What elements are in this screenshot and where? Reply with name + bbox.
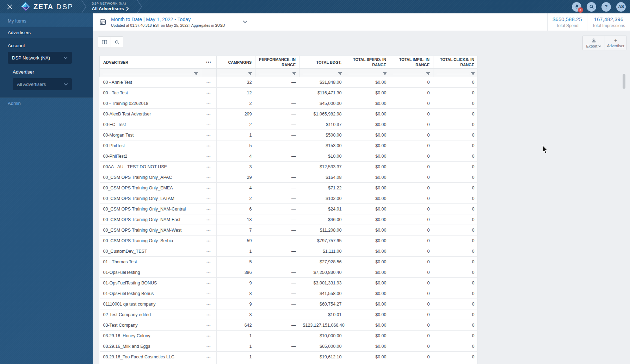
table-row[interactable]: 01110001 qa test company ••• 9 — $60,754… bbox=[100, 299, 478, 309]
breadcrumb[interactable]: DSP NETWORK (NA) All Advertisers bbox=[92, 2, 129, 12]
table-row[interactable]: 00 - Training 02262018 ••• 2 — $45,000.0… bbox=[100, 98, 478, 109]
table-row[interactable]: 00 - Tac Test ••• 12 — $116,471.30 $0.00… bbox=[100, 88, 478, 98]
row-actions-button[interactable]: ••• bbox=[201, 320, 217, 331]
row-actions-button[interactable]: ••• bbox=[201, 236, 217, 246]
row-actions-button[interactable]: ••• bbox=[201, 119, 217, 130]
table-row[interactable]: 00-FC_Test ••• 2 — $110.37 $0.00 0 0 bbox=[100, 119, 478, 130]
column-header-total-spend[interactable]: TOTAL SPEND: IN RANGE bbox=[345, 56, 390, 69]
table-row[interactable]: 03.29.16_Milk and Eggs ••• 1 — $65,000.0… bbox=[100, 341, 478, 352]
table-row[interactable]: 02-Test Company edited ••• 3 — $10.01 $0… bbox=[100, 309, 478, 320]
avatar[interactable]: AS bbox=[616, 2, 626, 12]
table-row[interactable]: 00_CSM OPS Training Only_EMEA ••• 4 — $7… bbox=[100, 183, 478, 193]
table-row[interactable]: 04 - Retail Prestige Co ••• 35 — $9,919.… bbox=[100, 362, 478, 364]
table-row[interactable]: 00_CSM OPS Training Only_Serbia ••• 59 —… bbox=[100, 236, 478, 246]
help-button[interactable]: ? bbox=[601, 2, 611, 12]
row-actions-button[interactable]: ••• bbox=[201, 172, 217, 183]
row-actions-button[interactable]: ••• bbox=[201, 130, 217, 140]
advertisers-panel: Account DSP Network (NA) Advertiser All … bbox=[0, 38, 93, 98]
row-actions-button[interactable]: ••• bbox=[201, 204, 217, 214]
columns-button[interactable] bbox=[98, 37, 111, 48]
table-row[interactable]: 00_CSM OPS Training Only_APAC ••• 29 — $… bbox=[100, 172, 478, 183]
row-actions-button[interactable]: ••• bbox=[201, 246, 217, 257]
vertical-scrollbar[interactable] bbox=[623, 74, 625, 89]
row-actions-button[interactable]: ••• bbox=[201, 267, 217, 278]
table-row[interactable]: 00_CustomDev_TEST ••• 1 — $1,111.00 $0.0… bbox=[100, 246, 478, 257]
sidebar-item-admin[interactable]: Admin bbox=[0, 98, 93, 109]
column-header-advertiser[interactable]: ADVERTISER bbox=[100, 56, 201, 69]
row-actions-button[interactable]: ••• bbox=[201, 352, 217, 362]
filter-icon[interactable] bbox=[292, 72, 296, 75]
filter-icon[interactable] bbox=[383, 72, 387, 75]
row-actions-button[interactable]: ••• bbox=[201, 98, 217, 109]
table-row[interactable]: 00 - Annie Test ••• 32 — $31,848.00 $0.0… bbox=[100, 77, 478, 88]
account-dropdown[interactable]: DSP Network (NA) bbox=[8, 52, 72, 64]
column-header-total-clicks[interactable]: TOTAL CLICKS: IN RANGE bbox=[433, 56, 478, 69]
row-actions-button[interactable]: ••• bbox=[201, 193, 217, 204]
imps-filter-input[interactable] bbox=[393, 69, 430, 77]
advertiser-filter-input[interactable] bbox=[103, 69, 198, 77]
filter-icon[interactable] bbox=[471, 72, 475, 75]
spend-filter-input[interactable] bbox=[348, 69, 387, 77]
row-actions-button[interactable]: ••• bbox=[201, 341, 217, 352]
sidebar-item-my-items[interactable]: My Items bbox=[0, 15, 93, 27]
column-header-performance[interactable]: PERFORMANCE: IN RANGE bbox=[255, 56, 299, 69]
campaigns-filter-input[interactable] bbox=[220, 69, 252, 77]
row-actions-button[interactable]: ••• bbox=[201, 309, 217, 320]
table-row[interactable]: 00AA - AU - TEST DO NOT USE ••• 3 — $12,… bbox=[100, 162, 478, 172]
table-search-button[interactable] bbox=[111, 37, 123, 48]
row-actions-button[interactable]: ••• bbox=[201, 140, 217, 151]
table-row[interactable]: 00_CSM OPS Training Only_NAM-West ••• 7 … bbox=[100, 225, 478, 236]
filter-icon[interactable] bbox=[338, 72, 342, 75]
zeta-logo[interactable]: ZETA DSP bbox=[21, 2, 73, 11]
table-row[interactable]: 03-Test Company ••• 642 — $123,127,151,0… bbox=[100, 320, 478, 331]
table-row[interactable]: 01 - Thomas Test ••• 5 — $27,928.56 $0.0… bbox=[100, 257, 478, 267]
row-actions-button[interactable]: ••• bbox=[201, 77, 217, 88]
impressions-cell: 0 bbox=[390, 77, 433, 88]
column-header-total-budget[interactable]: TOTAL BDGT. bbox=[299, 56, 345, 69]
row-actions-button[interactable]: ••• bbox=[201, 225, 217, 236]
column-header-campaigns[interactable]: CAMPAIGNS bbox=[217, 56, 255, 69]
notifications-button[interactable]: 3 bbox=[572, 2, 581, 12]
performance-filter-input[interactable] bbox=[259, 69, 296, 77]
sidebar-item-advertisers[interactable]: Advertisers bbox=[0, 27, 93, 38]
row-actions-button[interactable]: ••• bbox=[201, 331, 217, 341]
filter-icon[interactable] bbox=[248, 72, 252, 75]
row-actions-button[interactable]: ••• bbox=[201, 257, 217, 267]
table-row[interactable]: 00_CSM OPS Training Only_NAM-Central •••… bbox=[100, 204, 478, 214]
add-advertiser-button[interactable]: + Advertiser bbox=[605, 36, 626, 50]
table-row[interactable]: 03.29.16_Honey Colony ••• 1 — $10,000.00… bbox=[100, 331, 478, 341]
row-actions-button[interactable]: ••• bbox=[201, 288, 217, 299]
table-row[interactable]: 01-OpsFuelTesting Bonus ••• 8 — $41,558.… bbox=[100, 288, 478, 299]
filter-icon[interactable] bbox=[426, 72, 430, 75]
row-actions-button[interactable]: ••• bbox=[201, 162, 217, 172]
table-row[interactable]: 00-PhilTest ••• 5 — $153.00 $0.00 0 0 bbox=[100, 140, 478, 151]
budget-filter-input[interactable] bbox=[303, 69, 342, 77]
table-row[interactable]: 00_CSM OPS Training Only_LATAM ••• 2 — $… bbox=[100, 193, 478, 204]
close-button[interactable] bbox=[4, 0, 15, 13]
chevron-down-icon[interactable] bbox=[243, 20, 247, 23]
date-range-picker[interactable]: Month to Date | May 1, 2022 - Today Upda… bbox=[93, 16, 247, 28]
advertiser-dropdown[interactable]: All Advertisers bbox=[13, 78, 72, 90]
column-header-total-imps[interactable]: TOTAL IMPS.: IN RANGE bbox=[390, 56, 433, 69]
filter-icon[interactable] bbox=[194, 72, 198, 75]
global-search-button[interactable] bbox=[587, 2, 596, 12]
row-actions-button[interactable]: ••• bbox=[201, 109, 217, 119]
row-actions-button[interactable]: ••• bbox=[201, 278, 217, 288]
table-row[interactable]: 00-AlexB Test Advertiser ••• 209 — $1,06… bbox=[100, 109, 478, 119]
column-header-row-actions[interactable]: ••• bbox=[201, 56, 217, 69]
table-row[interactable]: 01-OpsFuelTesting BONUS ••• 9 — $3,001,3… bbox=[100, 278, 478, 288]
row-actions-button[interactable]: ••• bbox=[201, 214, 217, 225]
clicks-filter-input[interactable] bbox=[437, 69, 475, 77]
row-actions-button[interactable]: ••• bbox=[201, 362, 217, 364]
table-row[interactable]: 03.29.16_Too Faced Cosmetics LLC ••• 1 —… bbox=[100, 352, 478, 362]
table-row[interactable]: 00-Morgan Test ••• 1 — $500.00 $0.00 0 0 bbox=[100, 130, 478, 140]
table-row[interactable]: 01-OpsFuelTesting ••• 386 — $7,250,830.4… bbox=[100, 267, 478, 278]
campaigns-cell: 4 bbox=[217, 183, 255, 193]
row-actions-button[interactable]: ••• bbox=[201, 299, 217, 309]
row-actions-button[interactable]: ••• bbox=[201, 151, 217, 162]
row-actions-button[interactable]: ••• bbox=[201, 183, 217, 193]
table-row[interactable]: 00-PhilTest2 ••• 4 — $10.00 $0.00 0 0 bbox=[100, 151, 478, 162]
export-button[interactable]: Export bbox=[583, 36, 605, 50]
row-actions-button[interactable]: ••• bbox=[201, 88, 217, 98]
table-row[interactable]: 00_CSM OPS Training Only_NAM-East ••• 13… bbox=[100, 214, 478, 225]
